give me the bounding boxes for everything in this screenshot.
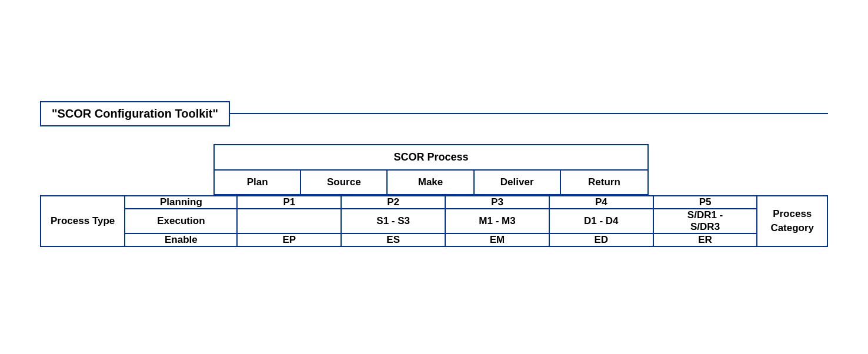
exec-plan-cell xyxy=(237,209,341,233)
s1s3-cell: S1 - S3 xyxy=(341,209,445,233)
scor-col-source: Source xyxy=(301,171,388,194)
er-cell: ER xyxy=(653,233,757,246)
ep-cell: EP xyxy=(237,233,341,246)
main-table: Process Type Planning P1 P2 P3 P4 P5 Pro… xyxy=(40,195,828,247)
scor-process-header: SCOR Process xyxy=(213,144,649,169)
p1-cell: P1 xyxy=(237,196,341,209)
scor-process-section: SCOR Process Plan Source Make Deliver Re… xyxy=(213,144,828,195)
p5-cell: P5 xyxy=(653,196,757,209)
em-cell: EM xyxy=(445,233,549,246)
m1m3-cell: M1 - M3 xyxy=(445,209,549,233)
table-row: Enable EP ES EM ED ER xyxy=(41,233,827,246)
p3-cell: P3 xyxy=(445,196,549,209)
scor-col-return: Return xyxy=(561,171,647,194)
process-type-cell: Process Type xyxy=(41,196,125,246)
scor-process-cols: Plan Source Make Deliver Return xyxy=(213,169,649,195)
ed-cell: ED xyxy=(549,233,653,246)
outer-container: "SCOR Configuration Toolkit" SCOR Proces… xyxy=(22,89,846,265)
d1d4-cell: D1 - D4 xyxy=(549,209,653,233)
enable-cell: Enable xyxy=(125,233,237,246)
es-cell: ES xyxy=(341,233,445,246)
execution-cell: Execution xyxy=(125,209,237,233)
sdr1sdr3-cell: S/DR1 - S/DR3 xyxy=(653,209,757,233)
p2-cell: P2 xyxy=(341,196,445,209)
main-table-wrapper: Process Type Planning P1 P2 P3 P4 P5 Pro… xyxy=(40,195,828,247)
top-section: "SCOR Configuration Toolkit" xyxy=(40,101,828,126)
planning-cell: Planning xyxy=(125,196,237,209)
p4-cell: P4 xyxy=(549,196,653,209)
scor-process-wrapper: SCOR Process Plan Source Make Deliver Re… xyxy=(213,144,649,195)
table-row: Process Type Planning P1 P2 P3 P4 P5 Pro… xyxy=(41,196,827,209)
process-category-cell: Process Category xyxy=(757,196,827,246)
table-row: Execution S1 - S3 M1 - M3 D1 - D4 S/DR1 … xyxy=(41,209,827,233)
scor-col-deliver: Deliver xyxy=(475,171,561,194)
scor-col-plan: Plan xyxy=(215,171,301,194)
title-box: "SCOR Configuration Toolkit" xyxy=(40,101,230,126)
scor-col-make: Make xyxy=(388,171,474,194)
